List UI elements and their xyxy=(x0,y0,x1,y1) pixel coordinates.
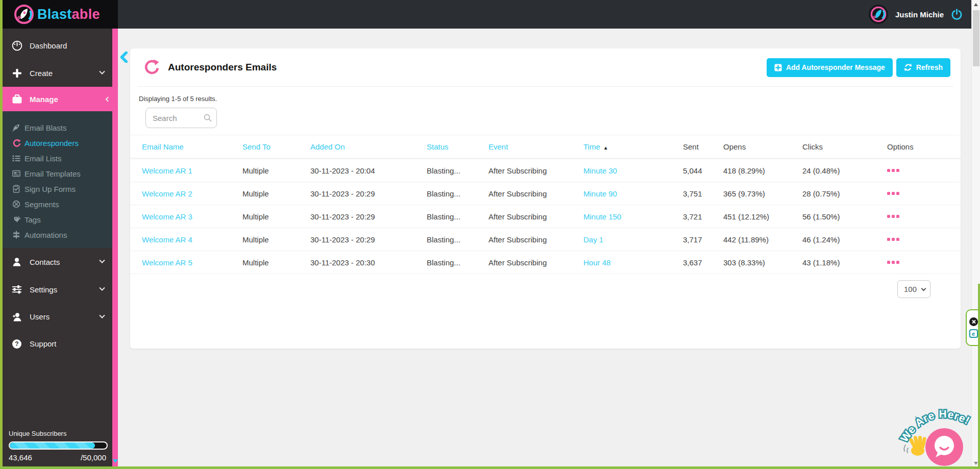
search-icon xyxy=(204,114,212,124)
email-name-link[interactable]: Welcome AR 1 xyxy=(142,166,242,175)
signpost-icon xyxy=(11,231,21,239)
manage-submenu: Email Blasts Autoresponders Email Lists … xyxy=(3,111,112,248)
options-menu-icon[interactable] xyxy=(887,192,951,195)
column-header-send-to[interactable]: Send To xyxy=(242,142,310,151)
avatar[interactable] xyxy=(869,5,888,24)
extension-e-icon[interactable]: e xyxy=(969,329,978,338)
column-header-added-on[interactable]: Added On xyxy=(310,142,427,151)
sidebar-item-settings[interactable]: Settings xyxy=(3,276,112,303)
chevron-left-icon xyxy=(106,96,111,102)
users-icon xyxy=(11,312,22,322)
clicks-cell: 56 (1.50%) xyxy=(802,212,887,221)
brand-wordmark: Blastable xyxy=(37,7,100,22)
refresh-icon xyxy=(11,139,21,147)
clipboard-check-icon xyxy=(11,185,21,193)
subscribers-current: 43,646 xyxy=(9,453,32,462)
time-link[interactable]: Day 1 xyxy=(583,235,683,244)
screen-border-left xyxy=(0,0,3,469)
scrollbar-thumb[interactable] xyxy=(973,10,979,66)
send-to-cell: Multiple xyxy=(242,166,310,175)
plus-icon xyxy=(11,68,22,78)
screen-border-bottom xyxy=(0,466,980,469)
email-name-link[interactable]: Welcome AR 5 xyxy=(142,258,242,267)
scroll-down-icon[interactable] xyxy=(974,462,978,465)
scroll-up-icon[interactable] xyxy=(974,3,978,6)
options-menu-icon[interactable] xyxy=(887,215,951,218)
subscribers-max: /50,000 xyxy=(81,453,106,462)
time-link[interactable]: Hour 48 xyxy=(583,258,683,267)
sidebar-item-support[interactable]: ? Support xyxy=(3,330,112,357)
column-header-event[interactable]: Event xyxy=(488,142,583,151)
sidebar-item-contacts[interactable]: Contacts xyxy=(3,248,112,276)
column-header-email-name[interactable]: Email Name xyxy=(142,142,242,151)
email-name-link[interactable]: Welcome AR 2 xyxy=(142,189,242,198)
options-menu-icon[interactable] xyxy=(887,169,951,172)
results-summary: Displaying 1-5 of 5 results. xyxy=(139,95,961,103)
opens-cell: 303 (8.33%) xyxy=(723,258,802,267)
clicks-cell: 28 (0.75%) xyxy=(802,189,887,198)
send-to-cell: Multiple xyxy=(242,189,310,198)
status-cell: Blasting... xyxy=(427,258,488,267)
submenu-item-email-lists[interactable]: Email Lists xyxy=(3,151,112,166)
newspaper-icon xyxy=(11,169,21,178)
sidebar-item-create[interactable]: Create xyxy=(3,59,112,87)
column-header-time[interactable]: Time▲ xyxy=(583,142,683,151)
status-cell: Blasting... xyxy=(427,166,488,175)
status-cell: Blasting... xyxy=(427,189,488,198)
divider xyxy=(137,86,953,87)
time-link[interactable]: Minute 30 xyxy=(583,166,683,175)
sidebar-item-dashboard[interactable]: Dashboard xyxy=(3,32,112,59)
submenu-item-automations[interactable]: Automations xyxy=(3,227,112,242)
event-cell: After Subscribing xyxy=(488,258,583,267)
close-icon[interactable] xyxy=(969,317,978,326)
chevron-down-icon xyxy=(99,285,105,291)
chevron-down-icon xyxy=(99,258,105,263)
sidebar-item-users[interactable]: Users xyxy=(3,303,112,330)
page-size-select[interactable]: 100 xyxy=(897,280,930,298)
autoresponders-table: Email Name Send To Added On Status Event… xyxy=(130,135,961,274)
options-menu-icon[interactable] xyxy=(887,261,951,264)
submenu-item-autoresponders[interactable]: Autoresponders xyxy=(3,135,112,151)
sidebar-collapse-button[interactable] xyxy=(120,52,128,65)
submenu-item-tags[interactable]: Tags xyxy=(3,212,112,227)
sent-cell: 3,717 xyxy=(683,235,723,244)
options-menu-icon[interactable] xyxy=(887,238,951,241)
chat-launcher[interactable]: We Are Here! xyxy=(901,401,975,467)
submenu-item-segments[interactable]: Segments xyxy=(3,196,112,212)
power-icon[interactable] xyxy=(951,9,963,20)
clicks-cell: 46 (1.24%) xyxy=(802,235,887,244)
submenu-item-sign-up-forms[interactable]: Sign Up Forms xyxy=(3,181,112,196)
svg-text:?: ? xyxy=(15,340,18,348)
column-header-options: Options xyxy=(887,142,951,151)
send-to-cell: Multiple xyxy=(242,212,310,221)
screen-border-right xyxy=(978,284,980,469)
briefcase-icon xyxy=(11,94,22,105)
email-name-link[interactable]: Welcome AR 4 xyxy=(142,235,242,244)
submenu-item-email-blasts[interactable]: Email Blasts xyxy=(3,120,112,135)
chevron-down-icon xyxy=(99,69,105,75)
sliders-icon xyxy=(11,284,22,294)
event-cell: After Subscribing xyxy=(488,189,583,198)
send-to-cell: Multiple xyxy=(242,235,310,244)
added-on-cell: 30-11-2023 - 20:04 xyxy=(310,166,427,175)
refresh-button[interactable]: Refresh xyxy=(896,58,950,77)
column-header-status[interactable]: Status xyxy=(427,142,488,151)
tags-icon xyxy=(11,215,21,224)
column-header-sent: Sent xyxy=(683,142,723,151)
time-link[interactable]: Minute 90 xyxy=(583,189,683,198)
dashboard-icon xyxy=(11,40,22,51)
rocket-icon xyxy=(11,124,21,132)
status-cell: Blasting... xyxy=(427,212,488,221)
brand-logo[interactable]: Blastable xyxy=(0,0,118,29)
table-row: Welcome AR 3 Multiple 30-11-2023 - 20:29… xyxy=(130,205,961,228)
add-autoresponder-button[interactable]: Add Autoresponder Message xyxy=(767,58,893,77)
submenu-item-email-templates[interactable]: Email Templates xyxy=(3,166,112,181)
time-link[interactable]: Minute 150 xyxy=(583,212,683,221)
sidebar-scroll-indicator xyxy=(113,459,118,463)
sidebar-item-manage[interactable]: Manage xyxy=(3,87,118,111)
added-on-cell: 30-11-2023 - 20:29 xyxy=(310,212,427,221)
email-name-link[interactable]: Welcome AR 3 xyxy=(142,212,242,221)
sent-cell: 3,721 xyxy=(683,212,723,221)
app-screen: Blastable Justin Michie xyxy=(0,0,980,469)
table-row: Welcome AR 5 Multiple 30-11-2023 - 20:30… xyxy=(130,251,961,274)
